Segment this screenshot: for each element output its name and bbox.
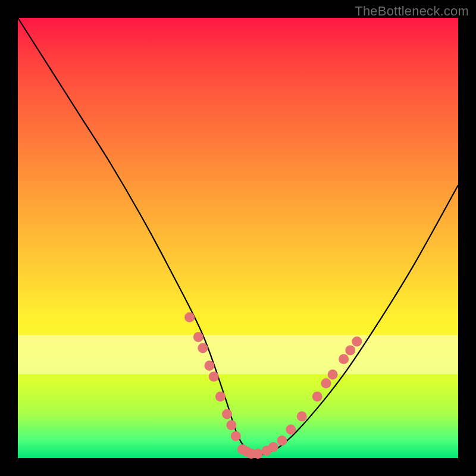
marker-dot <box>268 442 278 452</box>
marker-dot <box>328 369 338 380</box>
bottleneck-curve <box>18 18 458 455</box>
marker-dot <box>184 312 195 322</box>
curve-layer <box>18 18 458 458</box>
watermark-text: TheBottleneck.com <box>355 4 469 19</box>
marker-dot <box>253 449 263 459</box>
chart-frame: TheBottleneck.com <box>0 0 476 476</box>
marker-dot <box>345 345 355 355</box>
marker-dot <box>231 431 241 441</box>
marker-dot <box>209 372 219 382</box>
marker-dot <box>193 332 203 342</box>
marker-dot <box>321 378 331 389</box>
marker-dot <box>277 436 287 446</box>
marker-dot <box>297 411 307 421</box>
marker-dot <box>312 392 322 402</box>
marker-dot <box>204 361 214 371</box>
marker-dot <box>198 343 208 353</box>
marker-dot <box>339 354 349 364</box>
marker-dot <box>222 409 232 419</box>
marker-dot <box>352 336 362 346</box>
marker-dot <box>286 424 296 434</box>
plot-area <box>18 18 458 458</box>
marker-dot <box>226 420 236 430</box>
marker-dot <box>215 392 226 402</box>
